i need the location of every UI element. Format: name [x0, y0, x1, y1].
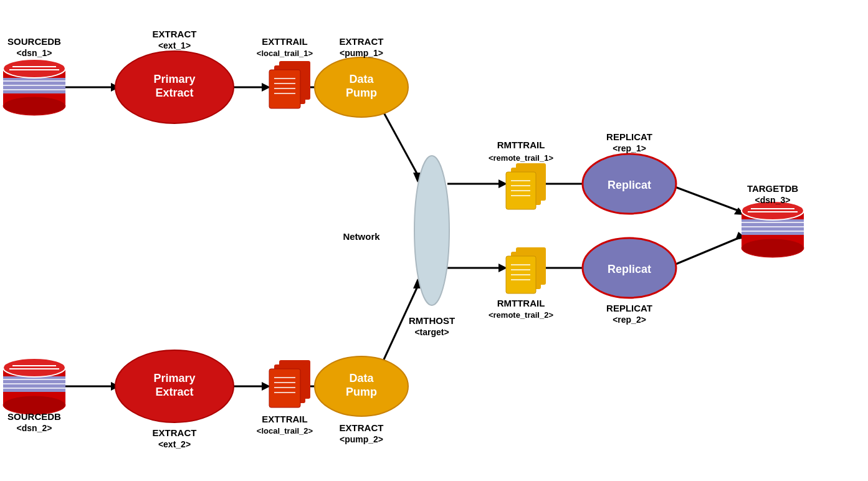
svg-text:Extract: Extract [155, 386, 193, 398]
svg-text:<local_trail_1>: <local_trail_1> [257, 49, 313, 58]
svg-text:EXTTRAIL: EXTTRAIL [262, 414, 307, 424]
svg-text:Network: Network [343, 231, 380, 242]
svg-point-55 [414, 156, 449, 305]
svg-text:EXTRACT: EXTRACT [153, 427, 197, 438]
svg-text:<target>: <target> [414, 327, 449, 337]
svg-text:<remote_trail_1>: <remote_trail_1> [489, 153, 553, 163]
primary-extract1-label: Primary [153, 73, 195, 85]
svg-text:Data: Data [349, 73, 374, 85]
svg-text:<dsn_2>: <dsn_2> [17, 423, 52, 433]
svg-rect-116 [269, 369, 300, 407]
primary-extract1-label2: Extract [155, 87, 193, 99]
svg-text:<pump_2>: <pump_2> [340, 434, 383, 444]
svg-point-88 [742, 239, 804, 257]
svg-text:RMTTRAIL: RMTTRAIL [497, 140, 545, 150]
svg-text:Primary: Primary [153, 372, 195, 384]
svg-text:SOURCEDB: SOURCEDB [7, 411, 61, 422]
svg-text:Replicat: Replicat [608, 263, 651, 275]
svg-text:<ext_2>: <ext_2> [158, 439, 191, 449]
svg-text:Data: Data [349, 372, 374, 384]
svg-text:TARGETDB: TARGETDB [747, 183, 798, 194]
svg-text:EXTRACT: EXTRACT [340, 422, 384, 433]
svg-text:<rep_2>: <rep_2> [613, 315, 646, 325]
svg-text:EXTRACT: EXTRACT [153, 29, 197, 39]
svg-line-26 [380, 287, 417, 368]
svg-line-18 [667, 237, 742, 268]
svg-text:<rep_1>: <rep_1> [613, 143, 646, 153]
sourcedb1-dsn-text: <dsn_1> [17, 48, 52, 58]
svg-rect-43 [269, 70, 300, 108]
diagram-container: SOURCEDB <dsn_1> Primary Extract EXTRACT… [0, 0, 868, 481]
svg-text:Pump: Pump [346, 386, 377, 398]
svg-text:Replicat: Replicat [608, 179, 651, 191]
sourcedb1-title-text: SOURCEDB [7, 36, 61, 47]
svg-text:EXTTRAIL: EXTTRAIL [262, 36, 307, 47]
svg-point-31 [3, 97, 65, 115]
svg-text:<remote_trail_2>: <remote_trail_2> [489, 310, 553, 320]
svg-text:<pump_1>: <pump_1> [340, 48, 383, 58]
svg-text:REPLICAT: REPLICAT [606, 131, 652, 142]
svg-line-6 [380, 106, 417, 174]
svg-text:RMTTRAIL: RMTTRAIL [497, 298, 545, 308]
svg-text:<ext_1>: <ext_1> [158, 40, 191, 50]
svg-text:<dsn_3>: <dsn_3> [755, 195, 791, 205]
svg-text:REPLICAT: REPLICAT [606, 303, 652, 313]
svg-text:<local_trail_2>: <local_trail_2> [257, 426, 313, 436]
svg-point-32 [3, 59, 65, 78]
svg-text:RMTHOST: RMTHOST [409, 315, 455, 326]
svg-text:EXTRACT: EXTRACT [340, 36, 384, 47]
svg-line-12 [667, 184, 742, 212]
svg-point-101 [3, 358, 65, 377]
svg-text:Pump: Pump [346, 87, 377, 99]
